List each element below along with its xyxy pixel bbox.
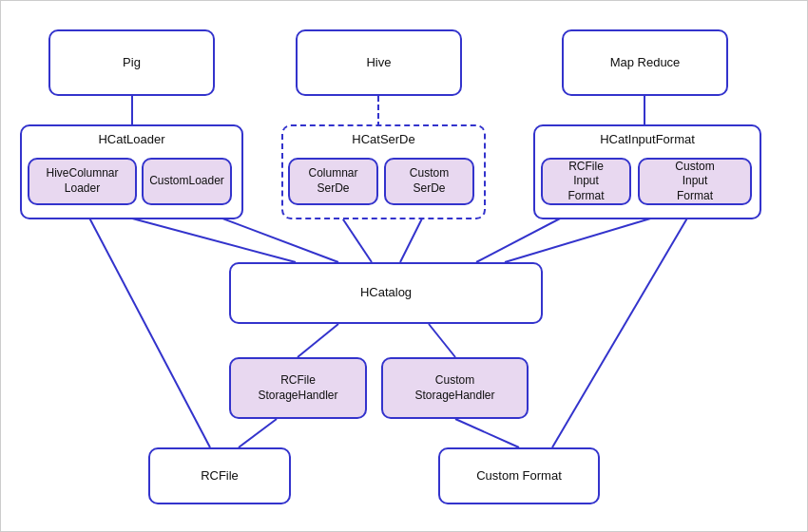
svg-line-14 [552, 205, 695, 447]
rcfile-label: RCFile [201, 468, 239, 484]
rcfile-node: RCFile [148, 447, 291, 504]
columnarserde-label: Columnar SerDe [308, 166, 357, 196]
custom-format-node: Custom Format [438, 447, 600, 504]
rcfilehandler-label: RCFile StorageHandler [258, 373, 337, 403]
custominputformat-label: Custom Input Format [675, 160, 714, 204]
rcfile-handler-node: RCFile StorageHandler [229, 357, 367, 419]
pig-label: Pig [123, 55, 141, 71]
rcfile-input-node: RCFile Input Format [541, 158, 631, 205]
hcatinputformat-label: HCatInputFormat [600, 132, 695, 148]
hivecolumnarloader-node: HiveColumnar Loader [28, 158, 137, 205]
svg-line-10 [429, 324, 455, 357]
hcatserde-label: HCatSerDe [352, 132, 414, 148]
pig-node: Pig [48, 29, 215, 96]
hive-node: Hive [296, 29, 462, 96]
hivecolumnarloader-label: HiveColumnar Loader [46, 166, 118, 196]
customserde-label: Custom SerDe [410, 166, 449, 196]
custom-input-format-node: Custom Input Format [638, 158, 752, 205]
svg-line-9 [298, 324, 338, 357]
customformat-label: Custom Format [476, 468, 562, 484]
customloader-label: CustomLoader [149, 174, 224, 189]
custom-serde-node: Custom SerDe [384, 158, 474, 205]
svg-line-12 [455, 419, 519, 447]
svg-line-13 [83, 205, 210, 447]
hcatalog-node: HCatalog [229, 262, 543, 324]
columnar-serde-node: Columnar SerDe [288, 158, 378, 205]
rcfileinput-label: RCFile Input Format [568, 160, 604, 204]
hcatloader-label: HCatLoader [98, 132, 164, 148]
customloader-node: CustomLoader [142, 158, 232, 205]
diagram-container: Pig Hive Map Reduce HCatLoader HCatSerDe… [0, 0, 808, 532]
customhandler-label: Custom StorageHandler [414, 373, 494, 403]
svg-line-11 [239, 419, 277, 447]
hcatalog-label: HCatalog [360, 285, 412, 301]
hive-label: Hive [366, 55, 391, 71]
mapreduce-node: Map Reduce [562, 29, 728, 96]
custom-handler-node: Custom StorageHandler [381, 357, 529, 419]
mapreduce-label: Map Reduce [610, 55, 681, 71]
